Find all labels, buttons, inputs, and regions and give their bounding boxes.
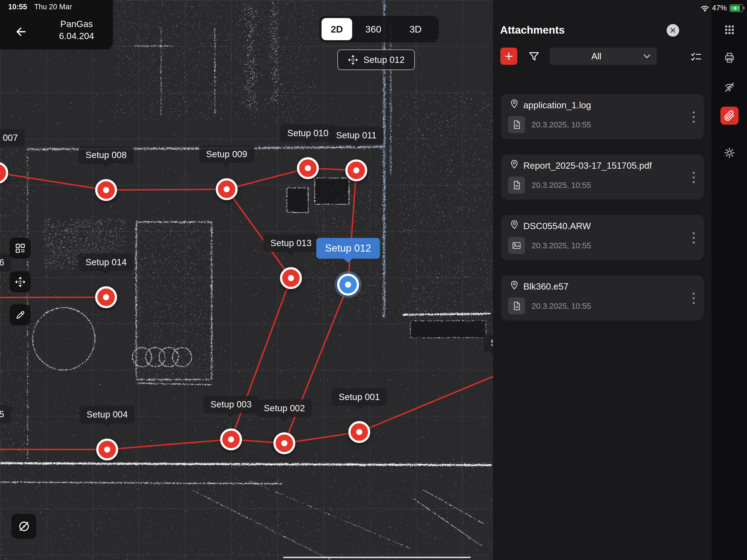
close-icon [670,27,676,33]
project-name: PanGas [44,18,109,30]
location-pin-icon [510,159,519,169]
view-switcher: 2D 360 3D [319,16,439,42]
status-bar: 10:55 Thu 20 Mar [8,3,72,11]
active-setup-chip[interactable]: Setup 012 [337,50,415,70]
system-status: 47% [700,4,743,12]
plus-icon [504,52,514,61]
setup-label-002[interactable]: Setup 002 [257,400,312,417]
move-icon [15,276,26,288]
attachment-row[interactable]: DSC05540.ARW 20.3.2025, 10:55 [501,215,704,260]
settings-button[interactable] [724,147,735,159]
attachment-name: Report_2025-03-17_151705.pdf [523,160,652,171]
setup-label-007[interactable]: Setup 007 [0,129,25,147]
attachments-panel: Attachments All [493,0,712,560]
attachment-row[interactable]: Report_2025-03-17_151705.pdf 20.3.2025, … [501,154,704,200]
attachment-name: Blk360.e57 [523,281,568,292]
attachments-list: application_1.log 20.3.2025, 10:55 Repor… [501,94,704,321]
move-tool-button[interactable] [9,271,31,292]
date: Thu 20 Mar [34,3,72,11]
grid-icon [15,243,26,254]
paperclip-icon [724,110,735,121]
setup-label-009[interactable]: Setup 009 [199,146,254,163]
scale-bar [283,557,470,558]
setup-marker-008[interactable] [95,179,117,201]
setup-label-011[interactable]: Setup 011 [329,127,384,144]
active-setup-label: Setup 012 [363,55,404,65]
location-pin-icon [510,99,519,109]
project-title: PanGas 6.04.204 [44,18,109,42]
tab-3d[interactable]: 3D [394,24,437,35]
more-options-icon[interactable] [692,172,695,183]
setup-marker-014[interactable] [95,286,117,308]
setup-marker-001[interactable] [349,421,370,443]
filter-dropdown-value: All [549,51,643,61]
setup-label-010[interactable]: Setup 010 [280,124,335,142]
setup-marker-012[interactable] [337,274,359,296]
position-off-button[interactable] [11,514,36,539]
export-button[interactable] [724,52,735,63]
close-panel-button[interactable] [667,24,679,36]
attachment-row[interactable]: application_1.log 20.3.2025, 10:55 [501,94,704,139]
back-arrow-icon [14,25,27,38]
chevron-down-icon [643,54,651,59]
attachment-date: 20.3.2025, 10:55 [532,241,591,250]
image-icon [512,240,521,251]
multiselect-button[interactable] [690,51,702,62]
layout-tool-button[interactable] [9,238,31,259]
location-pin-icon [510,280,519,290]
apps-grid-button[interactable] [724,24,735,35]
document-icon [512,301,521,311]
battery-percent: 47% [712,4,727,12]
more-options-icon[interactable] [692,111,695,123]
attachment-date: 20.3.2025, 10:55 [532,181,591,190]
filter-icon [528,51,540,62]
draw-tool-button[interactable] [9,304,31,325]
tab-360[interactable]: 360 [352,24,394,35]
connection-off-button[interactable] [724,81,735,93]
location-pin-icon [510,220,519,230]
attachment-name: application_1.log [523,100,591,110]
filter-dropdown[interactable]: All [549,48,657,65]
setup-label-006[interactable]: Setup 006 [0,254,11,271]
apps-grid-icon [724,24,735,35]
filter-button[interactable] [528,51,540,62]
attachment-row[interactable]: Blk360.e57 20.3.2025, 10:55 [501,275,704,321]
setup-marker-003[interactable] [220,429,242,450]
setup-label-005[interactable]: Setup 005 [0,406,11,423]
setup-marker-004[interactable] [96,439,118,460]
attachment-thumb [508,116,525,133]
setup-label-008[interactable]: Setup 008 [78,146,134,164]
setup-marker-002[interactable] [274,432,295,454]
wifi-icon [700,5,709,12]
setup-marker-011[interactable] [345,159,367,181]
back-button[interactable] [14,25,27,38]
nav-header: 10:55 Thu 20 Mar PanGas 6.04.204 [0,0,113,50]
attachment-date: 20.3.2025, 10:55 [532,120,591,129]
more-options-icon[interactable] [692,292,695,304]
setup-label-014[interactable]: Setup 014 [78,253,134,271]
checklist-icon [690,51,702,62]
setup-label-003[interactable]: Setup 003 [203,396,259,413]
document-icon [512,180,521,190]
setup-marker-010[interactable] [297,157,319,179]
setup-marker-009[interactable] [216,178,238,200]
setup-marker-013[interactable] [280,267,302,289]
attachment-thumb [508,177,525,194]
wifi-off-icon [724,81,735,93]
tab-2d[interactable]: 2D [321,18,352,40]
setup-label-004[interactable]: Setup 004 [80,406,135,423]
move-icon [347,54,358,65]
setup-label-012[interactable]: Setup 012 [316,238,380,259]
attachment-name: DSC05540.ARW [523,221,591,231]
setup-label-013[interactable]: Setup 013 [263,234,318,252]
attachments-button[interactable] [720,107,739,125]
pencil-icon [15,309,26,321]
attachment-thumb [508,237,525,254]
setup-label-001[interactable]: Setup 001 [332,388,387,406]
attachment-thumb [508,298,525,314]
project-version: 6.04.204 [44,30,109,42]
more-options-icon[interactable] [692,232,695,244]
clock: 10:55 [8,3,27,11]
add-attachment-button[interactable] [500,48,517,65]
route-lines [0,0,495,560]
